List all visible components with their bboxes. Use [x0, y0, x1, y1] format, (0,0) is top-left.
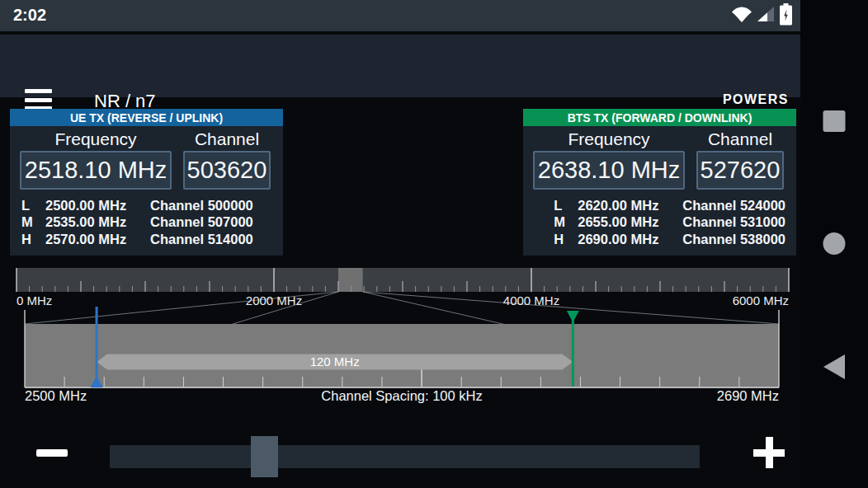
magnifier-connector-line [363, 292, 779, 324]
band-start-label: 2500 MHz [25, 388, 87, 404]
overview-tick-label-0: 0 MHz [17, 293, 52, 307]
overview-tick-label-4000: 4000 MHz [503, 293, 559, 307]
frequency-scales[interactable] [0, 0, 868, 488]
band-end-label: 2690 MHz [717, 388, 779, 404]
app-screen: 2:02 NR / n7 POWERS UE TX (REVERSE / UPL… [0, 0, 868, 488]
bandwidth-label: 120 MHz [310, 354, 360, 368]
overview-tick-label-2000: 2000 MHz [246, 293, 302, 307]
overview-highlight [338, 268, 363, 292]
channel-spacing-label: Channel Spacing: 100 kHz [321, 388, 482, 404]
overview-tick-label-6000: 6000 MHz [733, 293, 789, 307]
downlink-marker-handle[interactable] [567, 311, 579, 322]
